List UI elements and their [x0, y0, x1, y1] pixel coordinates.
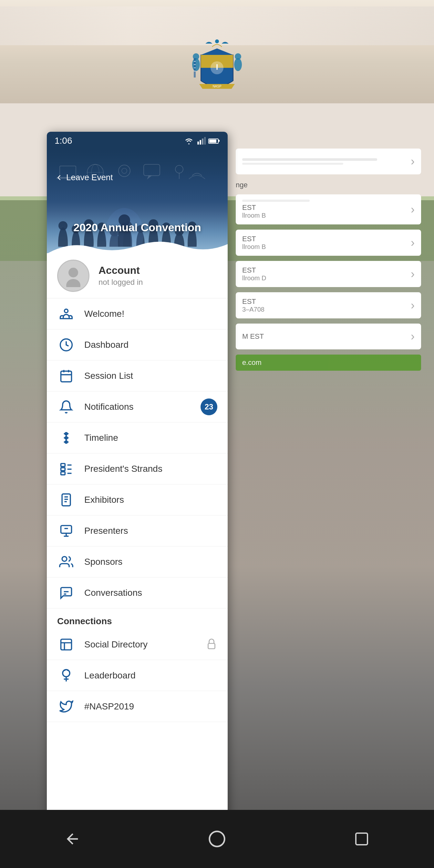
strands-icon	[57, 460, 75, 478]
notifications-badge: 23	[200, 399, 217, 415]
status-time: 1:06	[55, 135, 72, 146]
exhibitors-icon	[57, 491, 75, 509]
account-avatar	[57, 259, 89, 292]
social-directory-icon	[57, 636, 75, 654]
menu-label-presidents-strands: President's Strands	[84, 464, 162, 474]
status-bar: 1:06	[47, 132, 228, 150]
svg-point-56	[68, 268, 78, 277]
svg-rect-16	[202, 138, 204, 145]
right-card-3: EST llroom B ›	[236, 229, 421, 256]
menu-list: Welcome! Dashboard Session	[47, 299, 228, 842]
svg-rect-73	[61, 472, 65, 475]
menu-item-presidents-strands[interactable]: President's Strands	[47, 454, 228, 485]
menu-label-sponsors: Sponsors	[84, 557, 122, 567]
home-nav-icon	[208, 830, 226, 848]
status-icons	[184, 137, 220, 145]
right-card-5: EST 3–A708 ›	[236, 292, 421, 318]
signal-icon	[197, 137, 206, 145]
menu-label-exhibitors: Exhibitors	[84, 495, 124, 505]
welcome-icon	[57, 305, 75, 323]
svg-rect-28	[144, 164, 160, 176]
bell-icon	[57, 398, 75, 416]
recents-nav-icon	[354, 831, 369, 847]
svg-point-85	[62, 556, 67, 561]
svg-rect-72	[61, 468, 65, 470]
menu-item-dashboard[interactable]: Dashboard	[47, 330, 228, 361]
svg-rect-17	[204, 137, 206, 144]
menu-item-session-list[interactable]: Session List	[47, 361, 228, 392]
svg-point-57	[66, 279, 81, 287]
recents-button[interactable]	[349, 826, 375, 852]
header-banner: Leave Event 2020 Annual Convention	[47, 150, 228, 253]
svg-point-29	[175, 165, 183, 173]
menu-label-nasp2019: #NASP2019	[84, 702, 134, 712]
right-card-1: ›	[236, 149, 421, 175]
sponsors-icon	[57, 553, 75, 571]
battery-icon	[208, 137, 220, 145]
svg-rect-81	[61, 525, 72, 533]
menu-item-exhibitors[interactable]: Exhibitors	[47, 485, 228, 516]
account-section[interactable]: Account not logged in	[47, 253, 228, 299]
svg-rect-91	[208, 643, 215, 649]
svg-rect-19	[209, 140, 216, 143]
conversations-icon	[57, 584, 75, 602]
svg-point-92	[63, 670, 70, 677]
right-panel: › nge EST llroom B › EST llroom B › EST …	[236, 149, 421, 371]
back-nav-icon	[64, 831, 81, 847]
svg-point-6	[235, 53, 241, 60]
menu-item-social-directory[interactable]: Social Directory	[47, 629, 228, 660]
right-card-6: M EST ›	[236, 323, 421, 349]
menu-label-social-directory: Social Directory	[84, 640, 148, 650]
convention-title: 2020 Annual Convention	[47, 221, 228, 234]
menu-item-sponsors[interactable]: Sponsors	[47, 547, 228, 578]
bottom-nav	[0, 810, 434, 868]
svg-point-26	[119, 165, 130, 177]
svg-rect-88	[61, 639, 72, 650]
svg-point-3	[192, 58, 200, 71]
menu-label-dashboard: Dashboard	[84, 340, 128, 350]
lock-icon	[206, 638, 217, 651]
svg-point-93	[210, 832, 225, 847]
account-name: Account	[98, 265, 143, 276]
menu-label-notifications: Notifications	[84, 402, 134, 412]
menu-item-conversations[interactable]: Conversations	[47, 578, 228, 609]
svg-rect-20	[218, 140, 220, 142]
coat-of-arms-icon: I NASP	[175, 35, 259, 100]
phone-frame: 1:06	[47, 132, 228, 842]
back-arrow-icon	[55, 173, 64, 182]
menu-item-notifications[interactable]: Notifications 23	[47, 392, 228, 423]
svg-point-5	[234, 58, 242, 71]
leave-event-button[interactable]: Leave Event	[55, 173, 113, 182]
menu-item-presenters[interactable]: Presenters	[47, 516, 228, 547]
timeline-icon	[57, 429, 75, 447]
svg-text:NASP: NASP	[213, 85, 221, 88]
menu-item-nasp2019[interactable]: #NASP2019	[47, 691, 228, 722]
menu-label-leaderboard: Leaderboard	[84, 671, 135, 681]
presenters-icon	[57, 522, 75, 540]
right-card-2: EST llroom B ›	[236, 194, 421, 224]
svg-rect-59	[61, 371, 72, 382]
leaderboard-icon	[57, 666, 75, 685]
connections-section-header: Connections	[47, 609, 228, 629]
account-info: Account not logged in	[98, 265, 143, 287]
bottom-spacer	[47, 722, 228, 735]
twitter-icon	[57, 698, 75, 716]
menu-label-welcome: Welcome!	[84, 309, 124, 319]
svg-rect-15	[199, 140, 201, 145]
menu-item-welcome[interactable]: Welcome!	[47, 299, 228, 330]
menu-label-presenters: Presenters	[84, 526, 128, 536]
menu-label-session-list: Session List	[84, 371, 133, 381]
back-button[interactable]	[59, 826, 85, 852]
svg-point-27	[122, 168, 127, 174]
svg-rect-94	[356, 833, 368, 845]
menu-item-timeline[interactable]: Timeline	[47, 423, 228, 454]
logo-area: I NASP	[168, 32, 266, 103]
svg-text:I: I	[216, 63, 218, 71]
home-button[interactable]	[204, 826, 230, 852]
wave-divider	[47, 238, 228, 253]
menu-label-conversations: Conversations	[84, 588, 142, 598]
avatar-icon	[62, 265, 85, 287]
menu-item-leaderboard[interactable]: Leaderboard	[47, 660, 228, 691]
menu-label-timeline: Timeline	[84, 433, 118, 443]
svg-rect-14	[197, 142, 199, 144]
